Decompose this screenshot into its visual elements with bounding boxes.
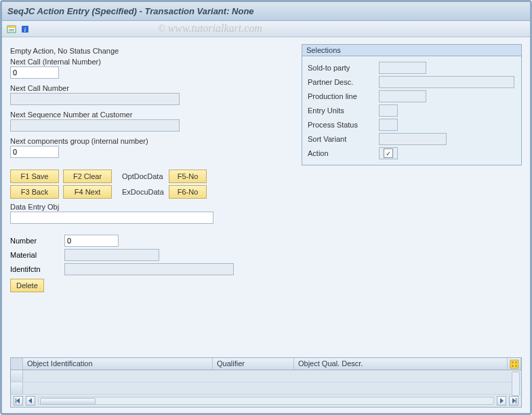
- title-bar: SeqJC Action Entry (Specified) - Transac…: [2, 2, 530, 21]
- svg-rect-3: [9, 31, 14, 31]
- selections-panel: Selections Sold-to party Partner Desc. P…: [302, 44, 522, 165]
- grid-row[interactable]: [11, 382, 521, 395]
- next-seq-label: Next Sequence Number at Customer: [10, 111, 295, 119]
- scroll-last-icon[interactable]: [509, 396, 518, 406]
- svg-rect-1: [7, 26, 16, 28]
- button-row-1: F1 Save F2 Clear OptDocData F5-No: [10, 170, 295, 183]
- status-text: Empty Action, No Status Change: [10, 47, 295, 55]
- partner-desc-label: Partner Desc.: [308, 78, 379, 86]
- next-call-number-label: Next Call Number: [10, 84, 295, 92]
- sort-variant-label: Sort Variant: [308, 135, 379, 143]
- data-entry-input[interactable]: [10, 212, 213, 224]
- svg-rect-9: [512, 365, 514, 367]
- material-input: [64, 249, 159, 261]
- grid-col-object-id[interactable]: Object Identification: [23, 358, 213, 370]
- sort-variant-input: [379, 133, 447, 145]
- svg-rect-11: [16, 398, 16, 403]
- action-label: Action: [308, 149, 379, 157]
- next-comp-label: Next components group (internal number): [10, 137, 295, 145]
- next-call-internal-label: Next Call (Internal Number): [10, 58, 295, 66]
- next-call-internal-input[interactable]: [10, 66, 59, 79]
- f5-no-button[interactable]: F5-No: [169, 170, 207, 183]
- number-input[interactable]: [64, 235, 119, 247]
- next-call-number-input: [10, 93, 180, 105]
- button-row-2: F3 Back F4 Next ExDocuData F6-No: [10, 185, 295, 199]
- grid-horizontal-scrollbar[interactable]: [38, 397, 494, 405]
- identifctn-input: [64, 263, 234, 275]
- grid-col-qualifier[interactable]: Qualifier: [213, 358, 294, 370]
- form-icon[interactable]: [6, 24, 17, 35]
- scroll-right-icon[interactable]: [497, 396, 506, 406]
- f1-save-button[interactable]: F1 Save: [10, 170, 59, 183]
- watermark: © www.tutorialkart.com: [158, 22, 262, 35]
- grid-footer: [11, 395, 521, 407]
- object-grid: Object Identification Qualifier Object Q…: [10, 357, 522, 408]
- svg-rect-7: [512, 361, 514, 363]
- right-column: Selections Sold-to party Partner Desc. P…: [302, 44, 522, 348]
- svg-rect-12: [516, 398, 516, 403]
- selections-title: Selections: [302, 45, 521, 56]
- window: SeqJC Action Entry (Specified) - Transac…: [0, 0, 532, 415]
- data-entry-label: Data Entry Obj: [10, 203, 295, 211]
- svg-rect-2: [9, 29, 14, 30]
- production-line-input: [379, 90, 426, 102]
- action-checkbox[interactable]: ✓: [384, 149, 393, 158]
- window-title: SeqJC Action Entry (Specified) - Transac…: [7, 6, 254, 16]
- content: Empty Action, No Status Change Next Call…: [2, 37, 530, 355]
- left-column: Empty Action, No Status Change Next Call…: [10, 44, 295, 348]
- optdocdata-label: OptDocData: [116, 170, 165, 183]
- delete-button[interactable]: Delete: [10, 279, 44, 292]
- next-seq-input: [10, 119, 180, 132]
- grid-configure-button[interactable]: [508, 358, 521, 370]
- next-comp-input[interactable]: [10, 146, 59, 158]
- grid-row-selector-header[interactable]: [11, 358, 23, 370]
- svg-text:i: i: [24, 26, 26, 33]
- production-line-label: Production line: [308, 92, 379, 100]
- sold-to-input: [379, 62, 426, 74]
- toolbar: i © www.tutorialkart.com: [2, 21, 530, 37]
- scroll-first-icon[interactable]: [14, 396, 23, 406]
- partner-desc-input: [379, 76, 514, 88]
- grid-vertical-scrollbar[interactable]: [512, 372, 520, 396]
- exdocudata-label: ExDocuData: [116, 185, 165, 199]
- scroll-left-icon[interactable]: [26, 396, 35, 406]
- process-status-label: Process Status: [308, 121, 379, 129]
- number-label: Number: [10, 237, 64, 245]
- f2-clear-button[interactable]: F2 Clear: [63, 170, 112, 183]
- svg-rect-8: [515, 361, 517, 363]
- info-icon[interactable]: i: [20, 24, 30, 35]
- sold-to-label: Sold-to party: [308, 64, 379, 72]
- process-status-input: [379, 119, 398, 131]
- entry-units-label: Entry Units: [308, 106, 379, 115]
- grid-header: Object Identification Qualifier Object Q…: [11, 358, 521, 370]
- grid-col-descr[interactable]: Object Qual. Descr.: [294, 358, 508, 370]
- identifctn-label: Identifctn: [10, 265, 64, 273]
- f4-next-button[interactable]: F4 Next: [63, 185, 112, 199]
- entry-units-input: [379, 104, 398, 117]
- grid-row[interactable]: [11, 370, 521, 382]
- material-label: Material: [10, 251, 64, 259]
- f6-no-button[interactable]: F6-No: [169, 185, 207, 199]
- svg-rect-10: [515, 365, 517, 367]
- svg-rect-6: [510, 360, 518, 368]
- f3-back-button[interactable]: F3 Back: [10, 185, 59, 199]
